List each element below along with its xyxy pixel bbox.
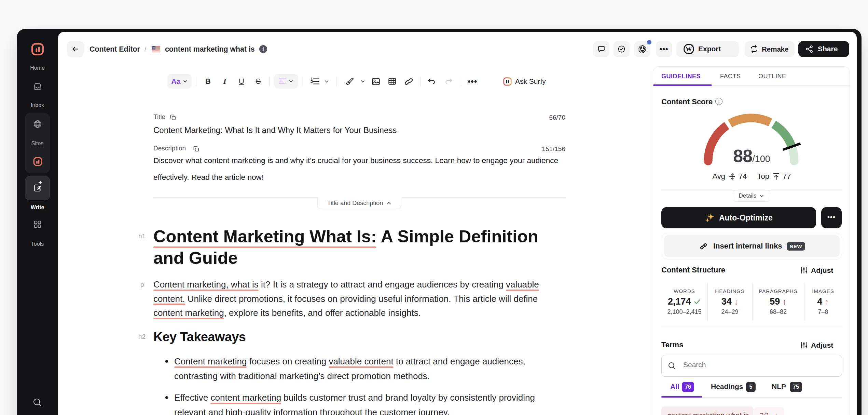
svg-text:W: W xyxy=(686,46,692,53)
